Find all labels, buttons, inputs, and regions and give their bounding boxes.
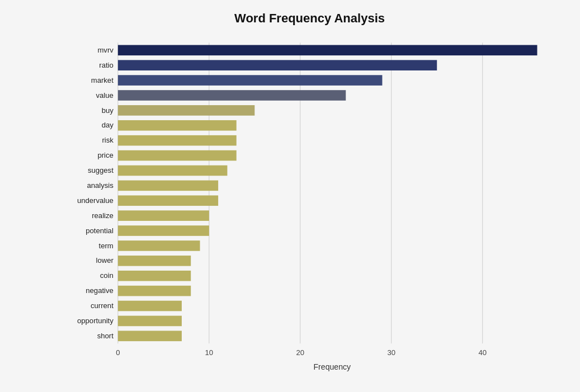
svg-text:suggest: suggest <box>88 166 114 174</box>
svg-rect-27 <box>118 166 228 176</box>
svg-text:analysis: analysis <box>87 181 114 190</box>
svg-text:mvrv: mvrv <box>97 46 114 54</box>
svg-rect-49 <box>118 331 182 342</box>
svg-text:value: value <box>96 91 113 99</box>
chart-svg: 010203040Frequencymvrvratiomarketvaluebu… <box>56 37 563 372</box>
svg-text:opportunity: opportunity <box>77 317 114 325</box>
svg-rect-39 <box>118 256 191 266</box>
svg-text:market: market <box>91 76 114 84</box>
svg-text:coin: coin <box>100 271 114 280</box>
svg-rect-11 <box>118 45 537 55</box>
svg-text:buy: buy <box>102 106 114 114</box>
svg-rect-31 <box>118 195 218 206</box>
svg-rect-29 <box>118 181 218 191</box>
svg-rect-43 <box>118 286 191 296</box>
svg-text:lower: lower <box>96 256 114 265</box>
svg-rect-37 <box>118 240 200 251</box>
svg-rect-25 <box>118 150 237 161</box>
svg-text:day: day <box>102 121 114 129</box>
svg-rect-17 <box>118 90 346 101</box>
svg-text:ratio: ratio <box>99 61 113 69</box>
svg-text:current: current <box>91 301 114 310</box>
svg-text:undervalue: undervalue <box>77 196 114 205</box>
svg-rect-35 <box>118 225 209 236</box>
svg-text:30: 30 <box>387 348 395 357</box>
svg-text:40: 40 <box>478 348 487 357</box>
svg-text:Frequency: Frequency <box>314 362 351 371</box>
chart-title: Word Frequency Analysis <box>56 11 563 26</box>
svg-rect-13 <box>118 60 437 70</box>
svg-rect-41 <box>118 271 191 281</box>
chart-container: Word Frequency Analysis 010203040Frequen… <box>0 0 580 392</box>
svg-text:realize: realize <box>92 211 114 220</box>
svg-text:term: term <box>99 241 114 249</box>
svg-rect-15 <box>118 75 383 86</box>
svg-text:negative: negative <box>86 286 113 295</box>
svg-text:potential: potential <box>86 226 114 235</box>
svg-text:price: price <box>97 151 113 159</box>
svg-text:risk: risk <box>102 136 114 144</box>
svg-text:0: 0 <box>116 348 120 357</box>
svg-rect-45 <box>118 301 182 311</box>
svg-rect-33 <box>118 210 209 221</box>
svg-text:10: 10 <box>205 348 214 357</box>
svg-rect-47 <box>118 316 182 327</box>
svg-text:20: 20 <box>296 348 304 357</box>
svg-rect-19 <box>118 105 254 116</box>
svg-text:short: short <box>97 332 114 340</box>
svg-rect-21 <box>118 120 237 131</box>
svg-rect-23 <box>118 135 237 146</box>
